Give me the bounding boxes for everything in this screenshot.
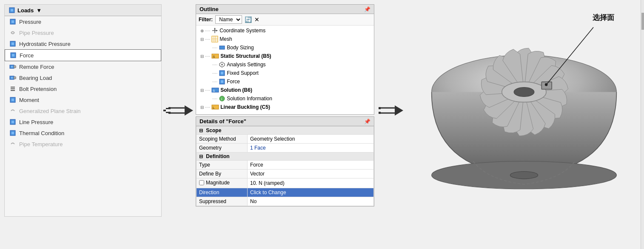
coordinate-systems-label: Coordinate Systems xyxy=(219,28,265,34)
line-pressure-icon xyxy=(9,118,17,126)
loads-item-hydrostatic[interactable]: Hydrostatic Pressure xyxy=(5,38,161,49)
tree-item-static-structural[interactable]: ⊟ ···· S Static Structural (B5) xyxy=(196,52,374,60)
body-sizing-icon xyxy=(219,44,225,51)
coordinate-systems-icon xyxy=(211,27,218,34)
filter-label: Filter: xyxy=(199,17,213,23)
tree-item-solution-b6[interactable]: ⊟ ···· S Solution (B6) xyxy=(196,86,374,94)
loads-item-bearing-load[interactable]: Bearing Load xyxy=(5,72,161,83)
direction-value[interactable]: Click to Change xyxy=(248,188,374,197)
svg-rect-51 xyxy=(379,107,381,109)
scope-toggle[interactable]: ⊟ xyxy=(199,128,203,133)
loads-icon xyxy=(8,6,16,14)
geometry-value[interactable]: 1 Face xyxy=(248,144,374,153)
pipe-temperature-label: Pipe Temperature xyxy=(19,141,63,147)
solution-b6-label: Solution (B6) xyxy=(220,87,252,93)
svg-rect-12 xyxy=(11,77,13,79)
magnitude-checkbox[interactable] xyxy=(199,180,204,185)
svg-text:L: L xyxy=(213,106,215,110)
loads-item-bolt-pretension[interactable]: Bolt Pretension xyxy=(5,83,161,94)
pipe-pressure-icon xyxy=(9,29,17,37)
loads-panel: Loads ▼ Pressure Pipe Pressure xyxy=(4,4,162,217)
loads-item-pipe-pressure[interactable]: Pipe Pressure xyxy=(5,27,161,38)
loads-item-moment[interactable]: Moment xyxy=(5,94,161,105)
svg-text:i: i xyxy=(221,97,222,101)
force-icon xyxy=(9,51,17,59)
loads-item-line-pressure[interactable]: Line Pressure xyxy=(5,116,161,127)
direction-label: Direction xyxy=(197,188,248,197)
solution-info-label: Solution Information xyxy=(227,96,272,102)
scoping-method-row: Scoping Method Geometry Selection xyxy=(197,135,374,144)
arrow-2-shape xyxy=(379,103,404,118)
definition-toggle[interactable]: ⊟ xyxy=(199,154,203,159)
type-value: Force xyxy=(248,161,374,170)
bolt-pretension-label: Bolt Pretension xyxy=(19,86,57,92)
force-tree-label: Force xyxy=(227,79,240,85)
outline-scrollbar-thumb[interactable] xyxy=(641,13,644,30)
scope-section-header: ⊟ Scope xyxy=(197,127,374,135)
loads-item-remote-force[interactable]: Remote Force xyxy=(5,61,161,72)
scoping-method-label: Scoping Method xyxy=(197,135,248,144)
svg-rect-9 xyxy=(11,66,13,68)
type-row: Type Force xyxy=(197,161,374,170)
tree-item-solution-info[interactable]: ···· i Solution Information xyxy=(196,94,374,103)
scope-label: Scope xyxy=(206,127,221,133)
model-svg xyxy=(408,4,640,217)
svg-rect-20 xyxy=(11,121,14,123)
static-structural-icon: S xyxy=(211,53,219,59)
pin-icon[interactable]: 📌 xyxy=(364,6,370,12)
loads-item-pipe-temperature[interactable]: Pipe Temperature xyxy=(5,139,161,150)
arrow-2 xyxy=(374,4,408,217)
filter-icon2[interactable]: ✕ xyxy=(254,16,259,23)
magnitude-row: Magnitude 10. N (ramped) xyxy=(197,178,374,188)
outline-scrollbar[interactable] xyxy=(641,0,644,249)
loads-header[interactable]: Loads ▼ xyxy=(5,5,161,16)
expand-static-icon: ⊟ xyxy=(200,54,204,59)
solution-info-icon: i xyxy=(219,95,225,102)
tree-item-mesh[interactable]: ⊟ ···· Mesh xyxy=(196,35,374,43)
svg-rect-52 xyxy=(379,112,381,114)
tree-item-body-sizing[interactable]: ···· Body Sizing xyxy=(196,43,374,52)
thermal-icon xyxy=(9,129,17,137)
tree-item-force[interactable]: ···· Force xyxy=(196,77,374,86)
expand-linear-icon: ⊟ xyxy=(200,105,204,110)
svg-rect-7 xyxy=(12,54,14,57)
details-pin-icon[interactable]: 📌 xyxy=(364,119,370,124)
moment-label: Moment xyxy=(19,97,39,103)
tree-item-fixed-support[interactable]: ···· Fixed Support xyxy=(196,69,374,77)
svg-rect-42 xyxy=(221,72,223,74)
svg-rect-44 xyxy=(221,80,223,83)
arrow-1-shape xyxy=(163,103,194,118)
gen-plane-strain-icon xyxy=(9,107,17,115)
loads-item-gen-plane-strain[interactable]: Generalized Plane Strain xyxy=(5,105,161,116)
geometry-row: Geometry 1 Face xyxy=(197,144,374,153)
tree-item-coordinate-systems[interactable]: ⊕ ···· Coordinate Systems xyxy=(196,26,374,35)
loads-item-pressure[interactable]: Pressure xyxy=(5,16,161,27)
loads-dropdown-icon[interactable]: ▼ xyxy=(36,7,42,14)
definition-label: Definition xyxy=(206,153,229,159)
tree-item-linear-buckling[interactable]: ⊟ ···· L Linear Buckling (C5) xyxy=(196,103,374,110)
filter-bar: Filter: Name 🔄 ✕ xyxy=(196,14,374,25)
filter-select[interactable]: Name xyxy=(215,15,242,24)
analysis-settings-icon xyxy=(219,61,225,68)
suppressed-label: Suppressed xyxy=(197,197,248,206)
svg-point-40 xyxy=(221,64,223,65)
outline-title-bar: Outline 📌 xyxy=(196,5,374,14)
filter-icon1[interactable]: 🔄 xyxy=(245,16,252,23)
tree-item-analysis-settings[interactable]: ···· Analysis Settings xyxy=(196,60,374,69)
expand-solution-icon: ⊟ xyxy=(200,88,204,93)
direction-row[interactable]: Direction Click to Change xyxy=(197,188,374,197)
middle-section: Outline 📌 Filter: Name 🔄 ✕ ⊕ ···· xyxy=(196,4,374,207)
loads-item-force[interactable]: Force xyxy=(5,49,161,61)
hydrostatic-label: Hydrostatic Pressure xyxy=(19,41,71,47)
body-sizing-label: Body Sizing xyxy=(227,45,254,51)
loads-item-thermal-condition[interactable]: Thermal Condition xyxy=(5,127,161,139)
svg-rect-37 xyxy=(219,46,225,49)
annotation-label: 选择面 xyxy=(593,13,614,23)
define-by-label: Define By xyxy=(197,170,248,178)
linear-buckling-label: Linear Buckling (C5) xyxy=(220,104,270,110)
define-by-row: Define By Vector xyxy=(197,170,374,178)
svg-point-61 xyxy=(510,171,538,178)
type-label: Type xyxy=(197,161,248,170)
define-by-value: Vector xyxy=(248,170,374,178)
hydrostatic-icon xyxy=(9,40,17,48)
